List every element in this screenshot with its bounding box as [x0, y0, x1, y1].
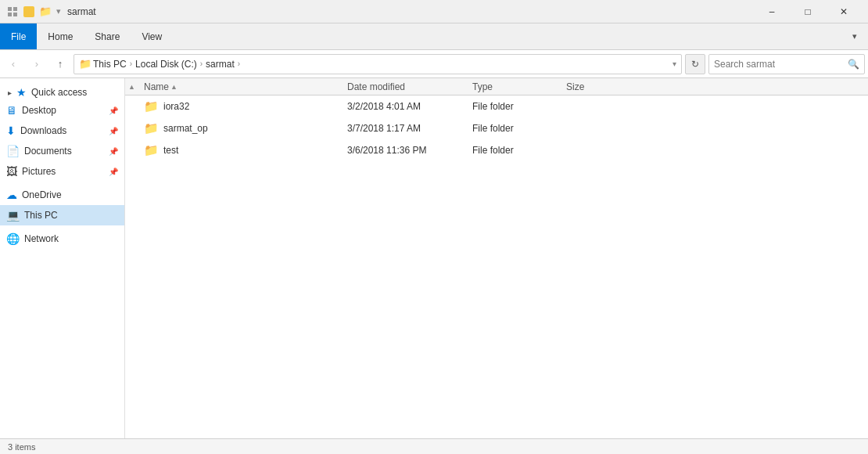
file-area: ▲ Name ▲ Date modified Type Size 📁 — [125, 78, 868, 438]
item-count: 3 items — [8, 442, 35, 452]
sidebar-onedrive-label: OneDrive — [22, 189, 118, 200]
sidebar: ▸ ★ Quick access 🖥 Desktop 📌 ⬇ Downloads… — [0, 78, 125, 438]
sidebar-item-pictures[interactable]: 🖼 Pictures 📌 — [0, 161, 124, 182]
ribbon: File Home Share View ▾ — [0, 23, 868, 50]
downloads-icon: ⬇ — [6, 124, 16, 137]
svg-rect-3 — [13, 13, 17, 16]
tab-file[interactable]: File — [0, 23, 37, 49]
desktop-icon: 🖥 — [6, 104, 17, 117]
file-name-label: test — [163, 145, 178, 156]
folder-icon-row3: 📁 — [144, 143, 159, 157]
sidebar-item-downloads[interactable]: ⬇ Downloads 📌 — [0, 121, 124, 141]
forward-button[interactable]: › — [27, 54, 47, 74]
window-controls: – □ ✕ — [754, 0, 862, 23]
sidebar-pictures-label: Pictures — [22, 166, 104, 177]
up-button[interactable]: ↑ — [50, 54, 70, 74]
tab-home[interactable]: Home — [37, 23, 84, 49]
file-name-cell: 📁 test — [138, 143, 341, 157]
onedrive-icon: ☁ — [6, 189, 17, 201]
expand-ribbon-button[interactable]: ▾ — [845, 27, 865, 47]
sidebar-item-documents[interactable]: 📄 Documents 📌 — [0, 141, 124, 161]
svg-rect-2 — [8, 13, 12, 16]
breadcrumb-arrow-2: › — [200, 59, 203, 68]
sidebar-item-onedrive[interactable]: ☁ OneDrive — [0, 185, 124, 205]
folder-icon-tb: 📁 — [39, 5, 52, 18]
status-bar: 3 items — [0, 438, 868, 454]
minimize-button[interactable]: – — [754, 0, 790, 23]
address-bar: ‹ › ↑ 📁 This PC › Local Disk (C:) › sarm… — [0, 50, 868, 78]
quick-access-star-icon: ★ — [16, 86, 27, 99]
pin-icon-documents: 📌 — [109, 147, 118, 156]
quick-access-icon — [6, 5, 19, 18]
quick-access-section: ▸ ★ Quick access 🖥 Desktop 📌 ⬇ Downloads… — [0, 83, 124, 182]
file-type-cell: File folder — [466, 101, 560, 112]
title-bar: 📁 ▾ sarmat – □ ✕ — [0, 0, 868, 23]
col-header-size[interactable]: Size — [560, 81, 638, 92]
breadcrumb-localdisk: Local Disk (C:) — [135, 59, 197, 70]
address-path[interactable]: 📁 This PC › Local Disk (C:) › sarmat › ▾ — [74, 54, 682, 74]
file-name-label: iora32 — [163, 101, 189, 112]
network-icon: 🌐 — [6, 232, 20, 245]
refresh-button[interactable]: ↻ — [685, 54, 705, 74]
pictures-icon: 🖼 — [6, 165, 17, 178]
col-header-date[interactable]: Date modified — [341, 81, 466, 92]
quick-access-label: Quick access — [31, 87, 87, 98]
save-icon — [23, 6, 34, 17]
maximize-button[interactable]: □ — [790, 0, 826, 23]
breadcrumb-arrow-1: › — [130, 59, 132, 68]
file-date-cell: 3/7/2018 1:17 AM — [341, 123, 466, 134]
col-header-name[interactable]: Name ▲ — [138, 81, 341, 92]
file-date-cell: 3/6/2018 11:36 PM — [341, 145, 466, 156]
main-area: ▸ ★ Quick access 🖥 Desktop 📌 ⬇ Downloads… — [0, 78, 868, 438]
table-row[interactable]: 📁 sarmat_op 3/7/2018 1:17 AM File folder — [125, 117, 868, 139]
table-row[interactable]: 📁 test 3/6/2018 11:36 PM File folder — [125, 139, 868, 161]
sidebar-item-desktop[interactable]: 🖥 Desktop 📌 — [0, 100, 124, 121]
file-name-cell: 📁 iora32 — [138, 99, 341, 114]
quick-access-header[interactable]: ▸ ★ Quick access — [0, 83, 124, 100]
folder-icon-small: 📁 — [79, 58, 91, 70]
file-type-cell: File folder — [466, 145, 560, 156]
folder-icon-row1: 📁 — [144, 99, 159, 114]
back-button[interactable]: ‹ — [3, 54, 23, 74]
sidebar-desktop-label: Desktop — [22, 105, 104, 116]
tab-share[interactable]: Share — [84, 23, 131, 49]
table-row[interactable]: 📁 iora32 3/2/2018 4:01 AM File folder — [125, 95, 868, 117]
pin-icon-pictures: 📌 — [109, 168, 118, 176]
sidebar-item-network[interactable]: 🌐 Network — [0, 229, 124, 249]
sidebar-network-label: Network — [24, 233, 118, 244]
file-type-cell: File folder — [466, 123, 560, 134]
sidebar-thispc-label: This PC — [24, 210, 118, 221]
search-input[interactable] — [714, 59, 845, 70]
search-box[interactable]: 🔍 — [708, 54, 865, 74]
tab-view[interactable]: View — [131, 23, 173, 49]
svg-rect-0 — [8, 7, 12, 11]
col-header-type[interactable]: Type — [466, 81, 560, 92]
breadcrumb-thispc: This PC — [93, 59, 127, 70]
folder-icon-row2: 📁 — [144, 121, 159, 135]
quick-access-chevron: ▸ — [8, 88, 12, 97]
sidebar-documents-label: Documents — [24, 146, 104, 157]
file-name-label: sarmat_op — [163, 123, 208, 134]
thispc-icon: 💻 — [6, 209, 20, 222]
breadcrumb-current: sarmat — [206, 59, 235, 70]
breadcrumb-arrow-3: › — [238, 59, 240, 68]
sidebar-item-thispc[interactable]: 💻 This PC — [0, 205, 124, 225]
file-date-cell: 3/2/2018 4:01 AM — [341, 101, 466, 112]
close-button[interactable]: ✕ — [826, 0, 862, 23]
file-name-cell: 📁 sarmat_op — [138, 121, 341, 135]
window-title: sarmat — [67, 6, 96, 17]
sidebar-downloads-label: Downloads — [20, 125, 104, 136]
documents-icon: 📄 — [6, 145, 20, 157]
search-icon: 🔍 — [848, 59, 859, 70]
column-header: ▲ Name ▲ Date modified Type Size — [125, 78, 868, 95]
breadcrumb: 📁 This PC › Local Disk (C:) › sarmat › — [79, 58, 242, 70]
svg-rect-1 — [13, 7, 17, 11]
title-bar-icons: 📁 ▾ — [6, 5, 61, 18]
name-sort-icon: ▲ — [170, 83, 178, 91]
pin-icon-desktop: 📌 — [109, 106, 118, 115]
file-list: 📁 iora32 3/2/2018 4:01 AM File folder 📁 … — [125, 95, 868, 438]
pin-icon-downloads: 📌 — [109, 127, 118, 135]
sort-up-icon: ▲ — [128, 83, 135, 91]
